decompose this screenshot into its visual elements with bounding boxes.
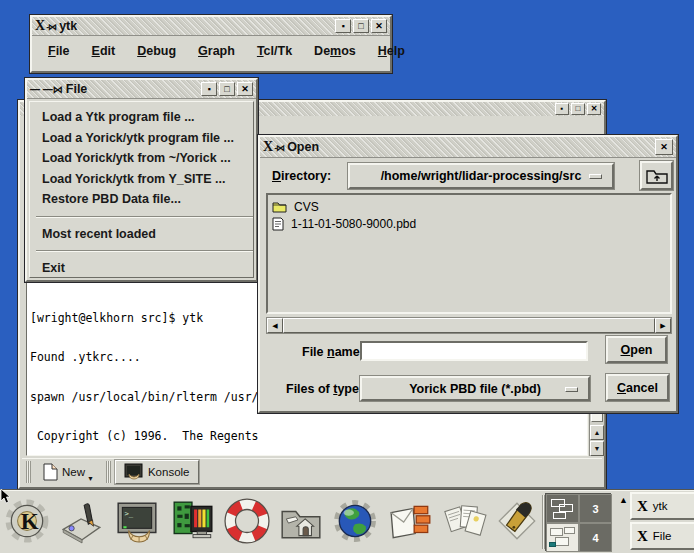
fountain-pen-icon [494,498,540,544]
menu-debug[interactable]: Debug [137,44,176,58]
chevron-down-icon: ▼ [87,475,94,482]
menu-item-restore-pbd[interactable]: Restore PBD Data file... [42,189,253,210]
terminal-tabbar: New ▼ Konsole [22,458,602,485]
konqueror-globe-icon [332,498,378,544]
pen-launcher[interactable] [492,494,542,548]
minimize-icon[interactable]: ▪ [201,82,217,96]
cancel-button[interactable]: Cancel [606,374,669,401]
taskbar-button-ytk[interactable]: X ytk [630,492,694,520]
menu-demos[interactable]: Demos [314,44,356,58]
ytk-menubar: File Edit Debug Graph Tcl/Tk Demos Help [32,36,390,66]
home-folder-icon [278,498,324,544]
menu-item-exit[interactable]: Exit [42,258,253,279]
folder-up-icon [646,167,668,184]
files-of-type-dropdown[interactable]: Yorick PBD file (*.pbd) [360,376,590,401]
option-menu-dash-icon [565,387,578,392]
menu-item-load-yorick-ytk[interactable]: Load a Yorick/ytk program file ... [42,128,253,149]
x11-app-icon: X [637,498,648,515]
menu-item-most-recent[interactable]: Most recent loaded [42,224,253,245]
scroll-down-icon[interactable]: ▼ [590,441,604,456]
directory-label: Directory: [272,169,331,183]
menu-edit[interactable]: Edit [92,44,116,58]
pager-desktop-1[interactable] [546,494,579,523]
file-listbox[interactable]: CVS 1-11-01-5080-9000.pbd [266,193,672,314]
file-name-label: File name: [302,345,364,359]
terminal-output: [wright@elkhorn src]$ ytk Found .ytkrc..… [30,286,286,456]
home-launcher[interactable] [276,494,326,548]
pager-desktop-2[interactable] [546,523,579,552]
documents-launcher[interactable] [440,494,490,548]
terminal-shell-icon: >_ [114,498,160,544]
directory-dropdown[interactable]: /home/wright/lidar-processing/src [348,163,614,189]
file-name-input[interactable] [360,341,588,361]
file-menu-title: File [66,82,88,96]
menu-separator [36,250,253,252]
taskbar-button-file[interactable]: X File [630,522,694,550]
up-directory-button[interactable] [640,161,673,190]
desktop-stylus-icon [58,498,104,544]
ytk-window-title: ytk [59,19,77,33]
tabbar-handle[interactable] [106,461,111,483]
documents-icon [442,498,488,544]
tearoff-icon: — —⋈ [30,84,63,95]
menu-separator [36,216,253,218]
menu-item-load-from-yorick[interactable]: Load Yorick/ytk from ~/Yorick ... [42,148,253,169]
file-menu-list: Load a Ytk program file ... Load a Yoric… [29,101,254,278]
close-icon[interactable]: ✕ [655,139,673,155]
document-icon [272,217,284,231]
files-of-type-label: Files of type: [286,382,363,396]
option-menu-dash-icon [589,174,602,179]
file-list-hscrollbar[interactable]: ◀ ▶ [266,317,672,334]
control-center-launcher[interactable] [168,494,218,548]
open-button[interactable]: Open [606,336,667,363]
menu-graph[interactable]: Graph [198,44,235,58]
x11-app-icon: X-⋈ [263,139,284,155]
kmail-icon [388,498,434,544]
scroll-up-icon[interactable]: ▲ [590,425,604,440]
konqueror-launcher[interactable] [330,494,380,548]
new-session-button[interactable]: New ▼ [35,460,102,484]
list-item-pbd-file[interactable]: 1-11-01-5080-9000.pbd [272,215,666,232]
file-menu-titlebar[interactable]: — —⋈ File ▪ □ ✕ [27,80,256,99]
menu-file[interactable]: File [48,44,70,58]
maximize-icon[interactable]: □ [219,82,235,96]
open-dialog-title: Open [287,140,319,154]
help-launcher[interactable] [222,494,272,548]
konsole-launcher[interactable]: >_ [112,494,162,548]
open-dialog-titlebar[interactable]: X-⋈ Open ✕ [260,137,676,158]
maximize-icon[interactable]: □ [353,19,369,33]
menu-item-load-ytk[interactable]: Load a Ytk program file ... [42,107,253,128]
maximize-icon[interactable]: □ [571,103,585,115]
x11-app-icon: X [637,528,648,545]
list-item-cvs[interactable]: CVS [272,198,666,215]
close-icon[interactable]: ✕ [237,82,253,96]
desktop-launcher[interactable] [56,494,106,548]
minimize-icon[interactable]: ▪ [335,19,351,33]
menu-help[interactable]: Help [378,44,405,58]
scroll-left-icon[interactable]: ◀ [267,318,283,333]
desktop-pager: 3 4 [545,493,611,551]
life-preserver-icon [224,498,270,544]
file-menu-window: — —⋈ File ▪ □ ✕ Load a Ytk program file … [25,78,258,282]
scroll-right-icon[interactable]: ▶ [655,318,671,333]
kmail-launcher[interactable] [386,494,436,548]
pager-desktop-3[interactable]: 3 [579,494,612,523]
konsole-session-button[interactable]: Konsole [115,460,199,484]
tabbar-handle[interactable] [26,461,31,483]
close-icon[interactable]: ✕ [587,103,601,115]
hscrollbar-thumb[interactable] [283,318,655,333]
menu-item-load-from-ysite[interactable]: Load Yorick/ytk from Y_SITE ... [42,169,253,190]
ytk-titlebar[interactable]: X-⋈ ytk ▪ □ ✕ [32,17,390,36]
folder-icon [272,200,287,213]
x11-app-icon: X-⋈ [35,18,56,34]
mouse-cursor [0,489,12,505]
menu-tcltk[interactable]: Tcl/Tk [257,44,292,58]
pager-desktop-4[interactable]: 4 [579,523,612,552]
svg-text:K: K [21,509,39,534]
konsole-icon [124,463,144,481]
minimize-icon[interactable]: ▪ [555,103,569,115]
open-dialog: X-⋈ Open ✕ Directory: /home/wright/lidar… [258,135,678,413]
panel-up-arrow[interactable]: ▲ [617,494,630,506]
close-icon[interactable]: ✕ [371,19,387,33]
new-page-icon [43,463,58,481]
